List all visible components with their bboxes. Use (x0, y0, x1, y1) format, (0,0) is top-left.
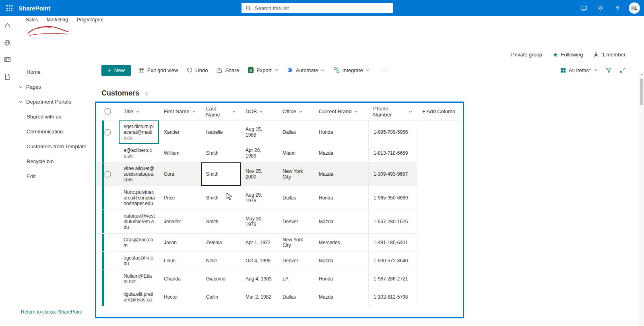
cell-dob[interactable]: Mar 2, 1982 (241, 288, 278, 306)
cell-title[interactable]: ligula.elit.pretium@risus.ca (119, 288, 159, 306)
cell-first-name[interactable]: Jason (159, 234, 201, 251)
table-row[interactable]: natoque@vestibulumlorem.eduJenniferSmith… (96, 210, 417, 234)
cell-first-name[interactable]: Jennifer (159, 210, 201, 233)
cell-dob[interactable]: Oct 4, 1999 (241, 252, 278, 270)
cell-title[interactable]: Nunc.pulvinar.arcu@conubianostraper.edu (119, 186, 159, 210)
cell-office[interactable]: Dallas (278, 288, 314, 306)
cell-current-brand[interactable]: Mazda (314, 144, 368, 162)
table-row[interactable]: a@aclibero.co.ukWilliamSmithApr 28, 1989… (96, 144, 417, 162)
cell-dob[interactable]: Aug 4, 1983 (241, 270, 278, 288)
command-exit-grid-view[interactable]: Exit grid view (135, 64, 182, 76)
select-all-checkbox[interactable] (96, 103, 119, 120)
sidebar-item-shared-with-us[interactable]: Shared with us (14, 109, 90, 124)
add-column-button[interactable]: + Add Column (417, 103, 463, 120)
cell-phone[interactable]: 1-813-718-6669 (368, 144, 417, 162)
view-selector-button[interactable]: All Items* (560, 67, 598, 73)
rail-mysites-button[interactable] (4, 56, 11, 64)
cell-last-name[interactable]: Smith (201, 144, 241, 162)
rail-documents-button[interactable] (4, 73, 10, 81)
cell-office[interactable]: New York City (278, 162, 314, 186)
cell-office[interactable]: Denver (278, 252, 314, 270)
cell-phone[interactable]: 1-965-950-6669 (368, 186, 417, 210)
command-undo[interactable]: Undo (183, 64, 211, 76)
cell-last-name[interactable]: Cailin (201, 288, 241, 306)
column-header-phone-number[interactable]: Phone Number (368, 103, 417, 120)
row-select-cell[interactable] (96, 234, 119, 251)
row-select-cell[interactable] (96, 270, 119, 288)
cell-first-name[interactable]: Cora (159, 162, 201, 186)
expand-view-button[interactable] (620, 67, 625, 73)
sidebar-item-pages[interactable]: Pages (14, 79, 90, 94)
cell-phone[interactable]: 1-309-493-9697 (368, 162, 417, 186)
row-select-cell[interactable] (96, 186, 119, 210)
row-select-cell[interactable] (96, 210, 119, 233)
cell-title[interactable]: egestas@in.edu (119, 252, 159, 270)
row-select-cell[interactable] (96, 288, 119, 306)
cell-last-name[interactable]: Isabelle (201, 120, 241, 144)
cell-dob[interactable]: Apr 1, 1972 (241, 234, 278, 251)
cell-office[interactable]: Denver (278, 210, 314, 233)
return-to-classic-link[interactable]: Return to classic SharePoint (21, 309, 82, 315)
cell-office[interactable]: Dallas (278, 120, 314, 144)
sidebar-item-home[interactable]: Home (14, 64, 90, 79)
row-select-cell[interactable] (96, 252, 119, 270)
column-header-current-brand[interactable]: Current Brand (314, 103, 368, 120)
cell-phone[interactable]: 1-500-572-8640 (368, 252, 417, 270)
table-row[interactable]: Nullam@Etiam.netChandaGiacomoAug 4, 1983… (96, 270, 417, 288)
cell-phone[interactable]: 1-987-286-2721 (368, 270, 417, 288)
rail-home-button[interactable] (4, 23, 11, 30)
cell-last-name[interactable]: Nelle (201, 252, 241, 270)
column-header-last-name[interactable]: Last Name (201, 103, 241, 120)
cell-phone[interactable]: 1-481-185-6401 (368, 234, 417, 251)
cell-office[interactable]: LA (278, 270, 314, 288)
table-row[interactable]: vitae.aliquet@sociisnatoque.comCoraSmith… (96, 162, 417, 186)
row-select-cell[interactable] (96, 144, 119, 162)
cell-dob[interactable]: Apr 28, 1989 (241, 144, 278, 162)
row-select-cell[interactable] (96, 120, 119, 144)
column-header-dob[interactable]: DOB (241, 103, 278, 120)
cell-title[interactable]: natoque@vestibulumlorem.edu (119, 210, 159, 233)
help-button[interactable]: ? (612, 2, 623, 14)
members-button[interactable]: 1 member (593, 52, 625, 58)
cell-last-name[interactable]: Smith (201, 210, 241, 233)
following-button[interactable]: ★Following (553, 52, 583, 58)
table-row[interactable]: ligula.elit.pretium@risus.caHectorCailin… (96, 288, 417, 306)
cell-dob[interactable]: May 30, 1976 (241, 210, 278, 233)
cell-dob[interactable]: Nov 25, 2000 (241, 162, 278, 186)
share-screen-button[interactable] (578, 2, 589, 14)
command-share[interactable]: Share (213, 64, 243, 76)
command-overflow-button[interactable]: ··· (378, 67, 391, 74)
rail-sites-button[interactable] (4, 39, 10, 47)
cell-current-brand[interactable]: Honda (314, 120, 368, 144)
cell-first-name[interactable]: Hector (159, 288, 201, 306)
hub-nav-link-sales[interactable]: Sales (26, 17, 38, 23)
cell-first-name[interactable]: Price (159, 186, 201, 210)
vertical-scrollbar[interactable]: ▲ (639, 72, 644, 326)
scrollbar-thumb[interactable] (640, 79, 643, 105)
hub-nav-link-marketing[interactable]: Marketing (47, 17, 68, 23)
sidebar-item-recycle-bin[interactable]: Recycle bin (14, 154, 90, 169)
cell-dob[interactable]: Aug 29, 1976 (241, 186, 278, 210)
cell-last-name[interactable]: Smith (201, 186, 241, 210)
hub-nav-link-projectapex[interactable]: ProjectApex (77, 17, 103, 23)
cell-current-brand[interactable]: Honda (314, 186, 368, 210)
cell-title[interactable]: vitae.aliquet@sociisnatoque.com (119, 162, 159, 186)
column-header-title[interactable]: Title (119, 103, 159, 120)
app-launcher-button[interactable] (0, 0, 19, 16)
cell-title[interactable]: a@aclibero.co.uk (119, 144, 159, 162)
cell-first-name[interactable]: Xander (159, 120, 201, 144)
new-button[interactable]: + New (101, 65, 131, 76)
site-logo[interactable] (26, 23, 70, 42)
column-header-office[interactable]: Office (278, 103, 314, 120)
column-header-first-name[interactable]: First Name (159, 103, 201, 120)
avatar[interactable]: HL (629, 2, 640, 14)
filter-button[interactable] (606, 67, 612, 73)
scroll-up-arrow[interactable]: ▲ (639, 73, 644, 76)
cell-first-name[interactable]: Linus (159, 252, 201, 270)
cell-last-name[interactable]: Zelenia (201, 234, 241, 251)
sidebar-item-communication[interactable]: Communication (14, 124, 90, 139)
table-row[interactable]: egestas@in.eduLinusNelleOct 4, 1999Denve… (96, 252, 417, 270)
cell-current-brand[interactable]: Mazda (314, 288, 368, 306)
command-export[interactable]: XExport (244, 64, 282, 76)
command-integrate[interactable]: Integrate (330, 64, 373, 76)
